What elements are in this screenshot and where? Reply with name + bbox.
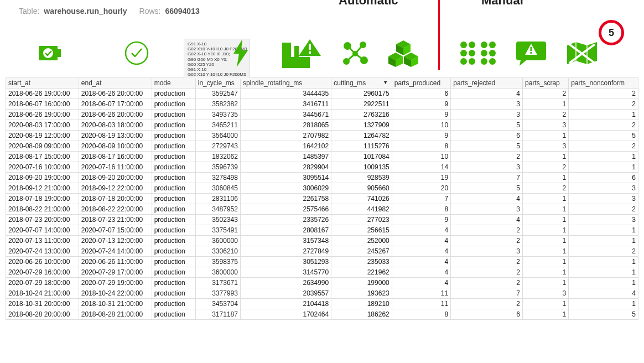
cell-parts_rejected: 7 [451, 173, 523, 183]
table-row[interactable]: 2018-08-22 21:00:002018-08-22 22:00:00pr… [6, 204, 638, 215]
cell-parts_nonconform: 2 [569, 246, 638, 257]
table-row[interactable]: 2018-07-18 19:00:002018-07-18 20:00:00pr… [6, 194, 638, 204]
table-row[interactable]: 2018-10-24 21:00:002018-10-24 22:00:00pr… [6, 288, 638, 299]
toolbar: Automatic Manual [0, 37, 644, 75]
cell-in_cycle_ms: 3278498 [195, 173, 240, 183]
cell-start_at: 2020-07-07 14:00:00 [6, 225, 79, 236]
table-row[interactable]: 2018-06-07 16:00:002018-06-07 17:00:00pr… [6, 99, 638, 110]
table-row[interactable]: 2020-07-13 11:00:002020-07-13 12:00:00pr… [6, 236, 638, 246]
cell-parts_scrap: 2 [523, 110, 569, 120]
table-row[interactable]: 2020-06-26 10:00:002020-06-26 11:00:00pr… [6, 257, 638, 267]
cell-parts_nonconform: 2 [569, 99, 638, 110]
cell-mode: production [152, 162, 195, 173]
cell-cutting_ms: 256615 [331, 225, 392, 236]
table-row[interactable]: 2018-07-23 20:00:002018-07-23 21:00:00pr… [6, 215, 638, 225]
cell-spindle_rotating_ms: 2335726 [240, 215, 331, 225]
svg-point-29 [489, 58, 496, 65]
cell-parts_nonconform: 3 [569, 215, 638, 225]
cell-parts_scrap: 1 [523, 99, 569, 110]
table-row[interactable]: 2020-07-16 10:00:002020-07-16 11:00:00pr… [6, 162, 638, 173]
cell-parts_rejected: 4 [451, 89, 523, 99]
svg-point-28 [481, 58, 487, 65]
cell-end_at: 2020-07-29 17:00:00 [79, 267, 152, 278]
table-row[interactable]: 2018-09-20 19:00:002018-09-20 20:00:00pr… [6, 173, 638, 183]
column-header-spindle_rotating_ms[interactable]: spindle_rotating_ms [240, 78, 331, 89]
cell-parts_produced: 9 [392, 215, 450, 225]
table-row[interactable]: 2018-09-12 21:00:002018-09-12 22:00:00pr… [6, 183, 638, 194]
column-header-cutting_ms[interactable]: cutting_ms [331, 78, 392, 89]
svg-line-17 [346, 54, 355, 61]
cell-in_cycle_ms: 3592547 [195, 89, 240, 99]
chat-alert-icon[interactable] [516, 37, 546, 70]
device-check-icon[interactable] [39, 37, 64, 70]
cell-cutting_ms: 193623 [331, 288, 392, 299]
svg-rect-1 [58, 49, 61, 57]
cell-cutting_ms: 1017084 [331, 152, 392, 162]
column-header-parts_rejected[interactable]: parts_rejected [451, 78, 523, 89]
column-header-parts_nonconform[interactable]: parts_nonconform [569, 78, 638, 89]
table-row[interactable]: 2020-08-09 09:00:002020-08-09 10:00:00pr… [6, 141, 638, 152]
cell-spindle_rotating_ms: 3445671 [240, 110, 331, 120]
table-row[interactable]: 2018-06-26 19:00:002018-06-26 20:00:00pr… [6, 89, 638, 99]
cell-cutting_ms: 186262 [331, 309, 392, 320]
cell-spindle_rotating_ms: 2575466 [240, 204, 331, 215]
cell-start_at: 2018-07-23 20:00:00 [6, 215, 79, 225]
cell-parts_rejected: 5 [451, 120, 523, 131]
cell-end_at: 2020-08-03 18:00:00 [79, 120, 152, 131]
table-row[interactable]: 2020-08-03 17:00:002020-08-03 18:00:00pr… [6, 120, 638, 131]
cell-parts_produced: 6 [392, 89, 450, 99]
group-divider [438, 0, 440, 70]
table-row[interactable]: 2018-06-26 19:00:002018-06-26 20:00:00pr… [6, 110, 638, 120]
cell-parts_produced: 9 [392, 131, 450, 141]
column-header-mode[interactable]: mode [152, 78, 195, 89]
cell-cutting_ms: 1264782 [331, 131, 392, 141]
cell-in_cycle_ms: 3375491 [195, 225, 240, 236]
table-row[interactable]: 2020-07-29 16:00:002020-07-29 17:00:00pr… [6, 267, 638, 278]
cell-end_at: 2018-07-18 20:00:00 [79, 194, 152, 204]
cell-start_at: 2020-08-03 17:00:00 [6, 120, 79, 131]
svg-point-27 [489, 50, 496, 56]
cell-parts_rejected: 5 [451, 183, 523, 194]
cell-spindle_rotating_ms: 3416711 [240, 99, 331, 110]
cell-parts_produced: 4 [392, 246, 450, 257]
table-row[interactable]: 2020-07-24 13:00:002020-07-24 14:00:00pr… [6, 246, 638, 257]
table-row[interactable]: 2018-08-17 15:00:002018-08-17 16:00:00pr… [6, 152, 638, 162]
table-row[interactable]: 2020-08-19 12:00:002020-08-19 13:00:00pr… [6, 131, 638, 141]
table-row[interactable]: 2020-07-29 18:00:002020-07-29 19:00:00pr… [6, 278, 638, 288]
cell-parts_scrap: 1 [523, 278, 569, 288]
table-row[interactable]: 2018-10-31 20:00:002018-10-31 21:00:00pr… [6, 299, 638, 309]
grid-dots-icon[interactable] [460, 37, 496, 70]
cell-parts_rejected: 3 [451, 162, 523, 173]
cell-parts_rejected: 3 [451, 99, 523, 110]
map-crossed-icon[interactable] [566, 37, 598, 70]
cell-parts_nonconform: 3 [569, 183, 638, 194]
column-header-end_at[interactable]: end_at [79, 78, 152, 89]
cell-parts_produced: 7 [392, 194, 450, 204]
lightning-icon[interactable] [231, 37, 250, 70]
cell-spindle_rotating_ms: 3145770 [240, 267, 331, 278]
cubes-icon[interactable] [388, 37, 418, 70]
cell-end_at: 2020-07-16 11:00:00 [79, 162, 152, 173]
cell-end_at: 2018-06-07 17:00:00 [79, 99, 152, 110]
column-header-in_cycle_ms[interactable]: in_cycle_ms [195, 78, 240, 89]
table-row[interactable]: 2018-08-28 20:00:002018-08-28 21:00:00pr… [6, 309, 638, 320]
cell-spindle_rotating_ms: 3095514 [240, 173, 331, 183]
cell-start_at: 2020-06-26 10:00:00 [6, 257, 79, 267]
cell-in_cycle_ms: 2831106 [195, 194, 240, 204]
cell-start_at: 2018-10-31 20:00:00 [6, 299, 79, 309]
cell-in_cycle_ms: 3582382 [195, 99, 240, 110]
network-icon[interactable] [341, 37, 368, 70]
cell-parts_rejected: 2 [451, 267, 523, 278]
circle-check-icon[interactable] [124, 37, 149, 70]
cell-spindle_rotating_ms: 2808167 [240, 225, 331, 236]
table-row[interactable]: 2020-07-07 14:00:002020-07-07 15:00:00pr… [6, 225, 638, 236]
cell-end_at: 2020-07-13 12:00:00 [79, 236, 152, 246]
cell-parts_nonconform: 4 [569, 288, 638, 299]
column-header-parts_produced[interactable]: parts_produced [392, 78, 450, 89]
cell-parts_nonconform: 2 [569, 204, 638, 215]
column-header-parts_scrap[interactable]: parts_scrap [523, 78, 569, 89]
machine-alert-icon[interactable] [282, 37, 321, 70]
column-header-start_at[interactable]: start_at [6, 78, 79, 89]
svg-point-23 [469, 58, 475, 65]
cell-in_cycle_ms: 3306210 [195, 246, 240, 257]
